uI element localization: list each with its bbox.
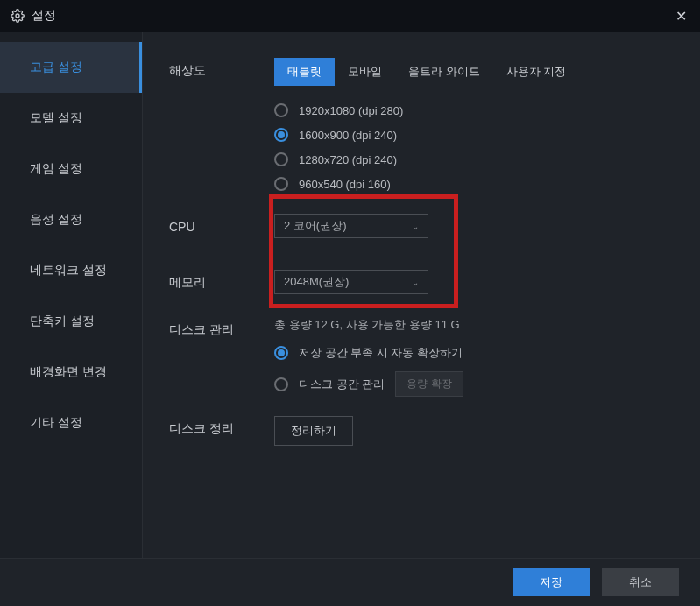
- close-button[interactable]: ✕: [672, 8, 689, 25]
- chevron-down-icon: ⌄: [412, 222, 419, 231]
- titlebar: 설정 ✕: [0, 0, 700, 32]
- tab-mobile[interactable]: 모바일: [335, 58, 395, 86]
- radio-label: 1280x720 (dpi 240): [299, 153, 397, 166]
- body: 고급 설정 모델 설정 게임 설정 음성 설정 네트워크 설정 단축키 설정 배…: [0, 32, 700, 558]
- resolution-option-720[interactable]: 1280x720 (dpi 240): [274, 152, 665, 166]
- disk-row: 디스크 관리 총 용량 12 G, 사용 가능한 용량 11 G 저장 공간 부…: [169, 317, 665, 397]
- cpu-label: CPU: [169, 215, 274, 234]
- sidebar-item-label: 네트워크 설정: [30, 263, 107, 278]
- disk-controls: 총 용량 12 G, 사용 가능한 용량 11 G 저장 공간 부족 시 자동 …: [274, 317, 665, 397]
- cpu-controls: 2 코어(권장) ⌄: [274, 210, 428, 238]
- sidebar-item-label: 고급 설정: [30, 60, 82, 75]
- sidebar-item-label: 게임 설정: [30, 161, 82, 177]
- sidebar-item-other[interactable]: 기타 설정: [0, 398, 142, 448]
- expand-capacity-button[interactable]: 용량 확장: [395, 371, 463, 397]
- sidebar-item-label: 기타 설정: [30, 415, 82, 431]
- memory-label: 메모리: [169, 270, 274, 291]
- resolution-options: 1920x1080 (dpi 280) 1600x900 (dpi 240) 1…: [274, 103, 665, 191]
- sidebar-item-model[interactable]: 모델 설정: [0, 93, 142, 144]
- resolution-row: 해상도 태블릿 모바일 울트라 와이드 사용자 지정 1920x1080 (dp…: [169, 58, 665, 191]
- cpu-memory-section: CPU 2 코어(권장) ⌄ 메모리 2048M(권장) ⌄: [169, 210, 665, 294]
- window-title: 설정: [32, 8, 56, 24]
- resolution-label: 해상도: [169, 58, 274, 79]
- svg-point-0: [16, 14, 19, 18]
- cleanup-row: 디스크 정리 정리하기: [169, 416, 665, 446]
- sidebar-item-game[interactable]: 게임 설정: [0, 144, 142, 194]
- disk-options: 저장 공간 부족 시 자동 확장하기 디스크 공간 관리 용량 확장: [274, 345, 665, 397]
- titlebar-left: 설정: [11, 8, 56, 24]
- sidebar-item-network[interactable]: 네트워크 설정: [0, 245, 142, 296]
- cancel-button[interactable]: 취소: [602, 568, 679, 596]
- sidebar: 고급 설정 모델 설정 게임 설정 음성 설정 네트워크 설정 단축키 설정 배…: [0, 32, 143, 558]
- disk-option-autoexpand[interactable]: 저장 공간 부족 시 자동 확장하기: [274, 345, 665, 361]
- settings-window: 설정 ✕ 고급 설정 모델 설정 게임 설정 음성 설정 네트워크 설정 단축키…: [0, 0, 700, 606]
- sidebar-item-wallpaper[interactable]: 배경화면 변경: [0, 347, 142, 398]
- cleanup-button[interactable]: 정리하기: [274, 416, 353, 446]
- radio-label: 디스크 공간 관리: [299, 377, 385, 392]
- cleanup-label: 디스크 정리: [169, 416, 274, 437]
- cpu-select[interactable]: 2 코어(권장) ⌄: [274, 214, 428, 238]
- save-button[interactable]: 저장: [513, 568, 590, 596]
- radio-label: 1600x900 (dpi 240): [299, 129, 397, 142]
- resolution-controls: 태블릿 모바일 울트라 와이드 사용자 지정 1920x1080 (dpi 28…: [274, 58, 665, 191]
- cpu-row: CPU 2 코어(권장) ⌄: [169, 210, 665, 238]
- radio-icon: [274, 103, 288, 117]
- cpu-select-value: 2 코어(권장): [284, 218, 347, 234]
- resolution-option-900[interactable]: 1600x900 (dpi 240): [274, 128, 665, 142]
- disk-info: 총 용량 12 G, 사용 가능한 용량 11 G: [274, 317, 665, 333]
- tab-tablet[interactable]: 태블릿: [274, 58, 335, 86]
- sidebar-item-label: 음성 설정: [30, 212, 82, 228]
- gear-icon: [11, 9, 25, 23]
- sidebar-item-label: 단축키 설정: [30, 314, 95, 329]
- radio-label: 저장 공간 부족 시 자동 확장하기: [299, 345, 463, 361]
- radio-label: 960x540 (dpi 160): [299, 178, 391, 191]
- tab-ultrawide[interactable]: 울트라 와이드: [395, 58, 493, 86]
- radio-icon: [274, 177, 288, 191]
- disk-option-manage[interactable]: 디스크 공간 관리: [274, 377, 385, 392]
- memory-select-value: 2048M(권장): [284, 274, 349, 290]
- main-panel: 해상도 태블릿 모바일 울트라 와이드 사용자 지정 1920x1080 (dp…: [143, 32, 700, 558]
- radio-icon: [274, 377, 288, 391]
- radio-icon: [274, 346, 288, 360]
- sidebar-item-audio[interactable]: 음성 설정: [0, 194, 142, 245]
- radio-icon: [274, 152, 288, 166]
- sidebar-item-advanced[interactable]: 고급 설정: [0, 42, 142, 93]
- disk-label: 디스크 관리: [169, 317, 274, 338]
- chevron-down-icon: ⌄: [412, 278, 419, 287]
- resolution-option-540[interactable]: 960x540 (dpi 160): [274, 177, 665, 191]
- sidebar-item-label: 배경화면 변경: [30, 364, 107, 380]
- radio-label: 1920x1080 (dpi 280): [299, 104, 403, 117]
- sidebar-item-label: 모델 설정: [30, 110, 82, 126]
- memory-controls: 2048M(권장) ⌄: [274, 266, 428, 294]
- disk-option-manage-row: 디스크 공간 관리 용량 확장: [274, 371, 665, 397]
- cleanup-controls: 정리하기: [274, 416, 665, 446]
- sidebar-item-shortcut[interactable]: 단축키 설정: [0, 296, 142, 347]
- resolution-tabs: 태블릿 모바일 울트라 와이드 사용자 지정: [274, 58, 665, 86]
- radio-icon: [274, 128, 288, 142]
- footer: 저장 취소: [0, 558, 700, 606]
- resolution-option-1080[interactable]: 1920x1080 (dpi 280): [274, 103, 665, 117]
- tab-custom[interactable]: 사용자 지정: [493, 58, 580, 86]
- memory-select[interactable]: 2048M(권장) ⌄: [274, 270, 428, 294]
- memory-row: 메모리 2048M(권장) ⌄: [169, 266, 665, 294]
